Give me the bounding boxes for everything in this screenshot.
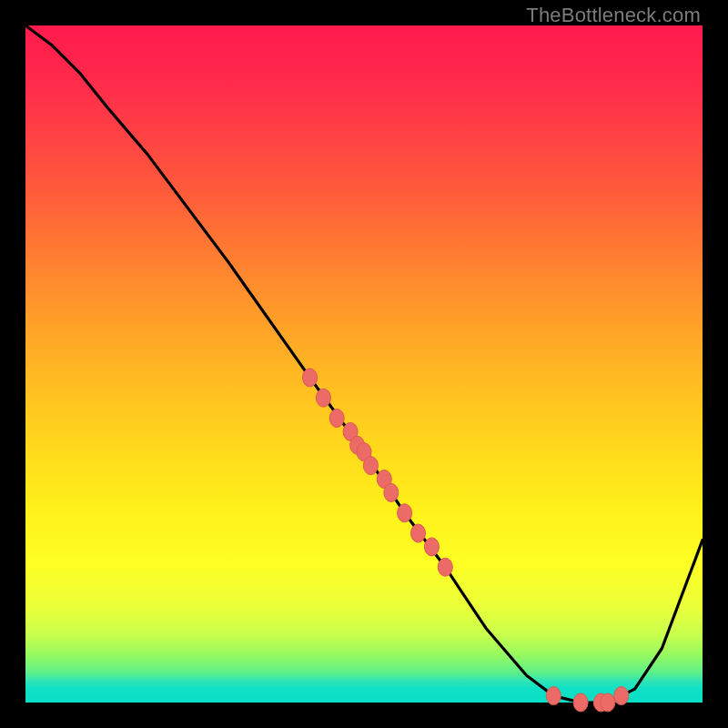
chart-container: TheBottleneck.com	[0, 0, 728, 728]
curve-marker	[614, 687, 629, 705]
curve-marker	[424, 538, 439, 556]
curve-marker	[546, 687, 561, 705]
curve-marker	[573, 693, 588, 712]
chart-svg	[25, 25, 703, 703]
plot-gradient-background	[25, 25, 703, 703]
curve-marker	[329, 410, 344, 428]
curve-marker	[438, 558, 452, 576]
curve-marker	[398, 504, 412, 522]
watermark-text: TheBottleneck.com	[526, 4, 701, 27]
curve-marker	[384, 483, 399, 501]
curve-marker	[363, 457, 378, 475]
curve-marker	[411, 524, 426, 542]
curve-marker	[601, 693, 615, 712]
curve-marker	[303, 369, 318, 387]
curve-markers-group	[303, 369, 629, 712]
bottleneck-curve	[25, 25, 703, 703]
curve-marker	[316, 389, 330, 407]
